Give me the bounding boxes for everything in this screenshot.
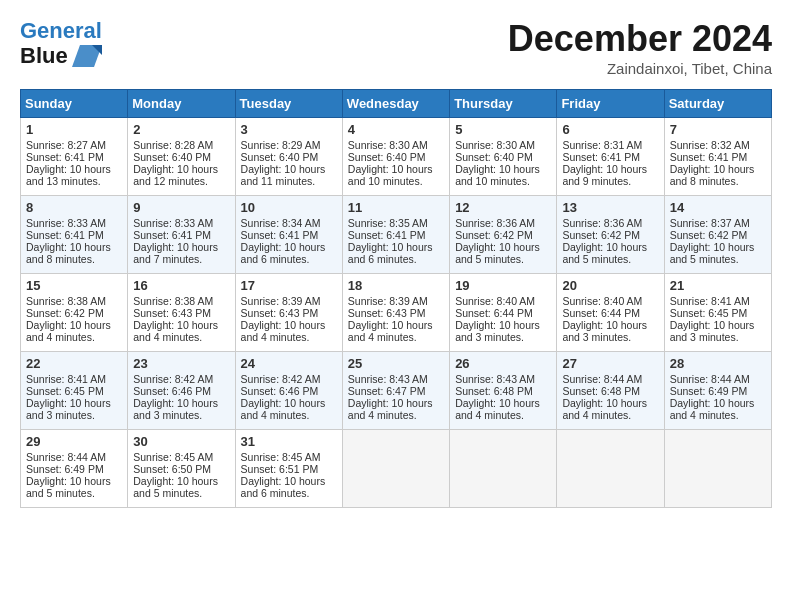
calendar-cell: 11Sunrise: 8:35 AMSunset: 6:41 PMDayligh… — [342, 196, 449, 274]
month-title: December 2024 — [508, 18, 772, 60]
calendar-cell — [664, 430, 771, 508]
calendar-cell: 19Sunrise: 8:40 AMSunset: 6:44 PMDayligh… — [450, 274, 557, 352]
header: General Blue December 2024 Zaindainxoi, … — [20, 18, 772, 77]
calendar-cell: 1Sunrise: 8:27 AMSunset: 6:41 PMDaylight… — [21, 118, 128, 196]
col-sunday: Sunday — [21, 90, 128, 118]
calendar-cell: 9Sunrise: 8:33 AMSunset: 6:41 PMDaylight… — [128, 196, 235, 274]
col-saturday: Saturday — [664, 90, 771, 118]
calendar-cell: 21Sunrise: 8:41 AMSunset: 6:45 PMDayligh… — [664, 274, 771, 352]
calendar-cell: 16Sunrise: 8:38 AMSunset: 6:43 PMDayligh… — [128, 274, 235, 352]
table-row: 29Sunrise: 8:44 AMSunset: 6:49 PMDayligh… — [21, 430, 772, 508]
col-monday: Monday — [128, 90, 235, 118]
table-row: 15Sunrise: 8:38 AMSunset: 6:42 PMDayligh… — [21, 274, 772, 352]
calendar-cell: 13Sunrise: 8:36 AMSunset: 6:42 PMDayligh… — [557, 196, 664, 274]
calendar-cell: 5Sunrise: 8:30 AMSunset: 6:40 PMDaylight… — [450, 118, 557, 196]
calendar-cell: 7Sunrise: 8:32 AMSunset: 6:41 PMDaylight… — [664, 118, 771, 196]
calendar-cell: 18Sunrise: 8:39 AMSunset: 6:43 PMDayligh… — [342, 274, 449, 352]
calendar-cell: 8Sunrise: 8:33 AMSunset: 6:41 PMDaylight… — [21, 196, 128, 274]
calendar-cell: 28Sunrise: 8:44 AMSunset: 6:49 PMDayligh… — [664, 352, 771, 430]
col-tuesday: Tuesday — [235, 90, 342, 118]
calendar-cell: 12Sunrise: 8:36 AMSunset: 6:42 PMDayligh… — [450, 196, 557, 274]
calendar-cell: 17Sunrise: 8:39 AMSunset: 6:43 PMDayligh… — [235, 274, 342, 352]
table-row: 8Sunrise: 8:33 AMSunset: 6:41 PMDaylight… — [21, 196, 772, 274]
location: Zaindainxoi, Tibet, China — [508, 60, 772, 77]
col-friday: Friday — [557, 90, 664, 118]
calendar-cell: 24Sunrise: 8:42 AMSunset: 6:46 PMDayligh… — [235, 352, 342, 430]
calendar-cell: 25Sunrise: 8:43 AMSunset: 6:47 PMDayligh… — [342, 352, 449, 430]
calendar-table: Sunday Monday Tuesday Wednesday Thursday… — [20, 89, 772, 508]
calendar-cell: 3Sunrise: 8:29 AMSunset: 6:40 PMDaylight… — [235, 118, 342, 196]
calendar-cell — [342, 430, 449, 508]
calendar-cell: 23Sunrise: 8:42 AMSunset: 6:46 PMDayligh… — [128, 352, 235, 430]
calendar-cell: 6Sunrise: 8:31 AMSunset: 6:41 PMDaylight… — [557, 118, 664, 196]
calendar-cell: 15Sunrise: 8:38 AMSunset: 6:42 PMDayligh… — [21, 274, 128, 352]
logo-text: General — [20, 18, 102, 43]
calendar-cell: 29Sunrise: 8:44 AMSunset: 6:49 PMDayligh… — [21, 430, 128, 508]
title-block: December 2024 Zaindainxoi, Tibet, China — [508, 18, 772, 77]
table-row: 1Sunrise: 8:27 AMSunset: 6:41 PMDaylight… — [21, 118, 772, 196]
calendar-cell — [557, 430, 664, 508]
calendar-cell: 14Sunrise: 8:37 AMSunset: 6:42 PMDayligh… — [664, 196, 771, 274]
calendar-cell: 31Sunrise: 8:45 AMSunset: 6:51 PMDayligh… — [235, 430, 342, 508]
calendar-cell: 4Sunrise: 8:30 AMSunset: 6:40 PMDaylight… — [342, 118, 449, 196]
calendar-cell: 20Sunrise: 8:40 AMSunset: 6:44 PMDayligh… — [557, 274, 664, 352]
calendar-cell: 26Sunrise: 8:43 AMSunset: 6:48 PMDayligh… — [450, 352, 557, 430]
calendar-cell — [450, 430, 557, 508]
page-container: General Blue December 2024 Zaindainxoi, … — [0, 0, 792, 518]
calendar-cell: 10Sunrise: 8:34 AMSunset: 6:41 PMDayligh… — [235, 196, 342, 274]
calendar-cell: 27Sunrise: 8:44 AMSunset: 6:48 PMDayligh… — [557, 352, 664, 430]
calendar-cell: 22Sunrise: 8:41 AMSunset: 6:45 PMDayligh… — [21, 352, 128, 430]
calendar-cell: 30Sunrise: 8:45 AMSunset: 6:50 PMDayligh… — [128, 430, 235, 508]
header-row: Sunday Monday Tuesday Wednesday Thursday… — [21, 90, 772, 118]
logo-icon — [72, 45, 102, 67]
logo-blue: Blue — [20, 43, 68, 68]
logo-general: General — [20, 18, 102, 43]
calendar-cell: 2Sunrise: 8:28 AMSunset: 6:40 PMDaylight… — [128, 118, 235, 196]
col-thursday: Thursday — [450, 90, 557, 118]
logo: General Blue — [20, 18, 102, 69]
col-wednesday: Wednesday — [342, 90, 449, 118]
table-row: 22Sunrise: 8:41 AMSunset: 6:45 PMDayligh… — [21, 352, 772, 430]
